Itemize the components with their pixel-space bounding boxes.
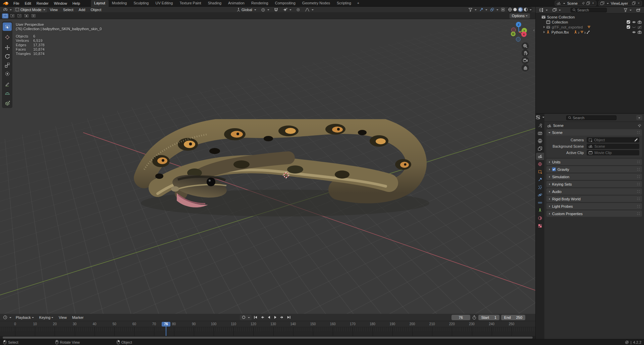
workspace-tab-rendering[interactable]: Rendering [248, 0, 272, 7]
select-mode-new-button[interactable] [2, 13, 8, 18]
properties-tab-scene[interactable] [536, 153, 544, 160]
shading-wireframe-button[interactable] [508, 7, 512, 12]
viewport-menu-view[interactable]: View [47, 6, 60, 13]
properties-tab-view-layer[interactable] [536, 145, 544, 152]
snake-model[interactable] [127, 119, 436, 227]
workspace-tab-layout[interactable]: Layout [91, 0, 109, 7]
properties-options-dropdown[interactable] [636, 115, 642, 120]
jump-to-end-button[interactable] [286, 314, 292, 320]
outliner-id-type-dropdown[interactable] [551, 7, 562, 13]
tool-annotate-button[interactable] [3, 80, 12, 88]
pivot-dropdown[interactable] [259, 7, 271, 12]
workspace-tab-texture-paint[interactable]: Texture Paint [176, 0, 204, 7]
properties-editor-type-button[interactable] [535, 114, 545, 120]
panel-header[interactable]: Rigid Body World [546, 196, 642, 202]
workspace-tab-compositing[interactable]: Compositing [272, 0, 299, 7]
close-icon[interactable]: × [637, 1, 640, 5]
shading-rendered-button[interactable] [524, 7, 528, 12]
pin-icon[interactable] [638, 124, 641, 128]
current-frame-field[interactable]: 76 [451, 315, 470, 320]
camera-toggle[interactable] [638, 20, 642, 24]
eye-closed-toggle[interactable] [632, 26, 636, 29]
camera-toggle[interactable] [638, 31, 642, 34]
pin-icon[interactable] [582, 2, 585, 5]
timeline-editor-type-button[interactable] [1, 315, 13, 320]
checkbox-checked[interactable] [552, 167, 556, 171]
tool-rotate-button[interactable] [3, 52, 12, 60]
outliner-row[interactable]: Python.fbx23 [536, 30, 644, 35]
frame-start-field[interactable]: Start 1 [478, 315, 499, 320]
panel-header[interactable]: Audio [546, 188, 642, 195]
drag-dots-icon[interactable] [637, 183, 640, 186]
blender-logo-icon[interactable] [3, 1, 9, 5]
shading-solid-button[interactable] [513, 7, 517, 12]
panel-header[interactable]: Keying Sets [546, 181, 642, 187]
drag-dots-icon[interactable] [637, 131, 640, 134]
proportional-editing-toggle[interactable] [294, 7, 302, 12]
navigation-gizmo[interactable]: ZYX [506, 19, 535, 43]
timeline-menu-keying[interactable]: Keying [37, 314, 56, 321]
workspace-tab-animation[interactable]: Animation [225, 0, 248, 7]
menu-help[interactable]: Help [70, 1, 83, 5]
drag-dots-icon[interactable] [637, 175, 640, 178]
select-mode-intersect-button[interactable] [30, 13, 37, 18]
drag-dots-icon[interactable] [637, 197, 640, 200]
eye-toggle[interactable] [632, 20, 636, 24]
workspace-tab-shading[interactable]: Shading [205, 0, 225, 7]
camera-field[interactable]: Object [587, 137, 639, 143]
tool-add-cube-button[interactable] [3, 99, 12, 107]
workspace-tab-modeling[interactable]: Modeling [109, 0, 130, 7]
toggle-perspective-button[interactable] [522, 64, 529, 71]
editor-type-button[interactable] [1, 7, 13, 12]
tool-measure-button[interactable] [3, 89, 12, 97]
menu-render[interactable]: Render [34, 1, 51, 5]
viewport-menu-add[interactable]: Add [76, 6, 88, 13]
properties-tab-texture[interactable] [536, 222, 544, 230]
camera-off-toggle[interactable] [638, 26, 642, 29]
properties-tab-render[interactable] [536, 130, 544, 137]
properties-tab-object[interactable] [536, 168, 544, 176]
proportional-falloff-dropdown[interactable] [303, 7, 315, 12]
drag-dots-icon[interactable] [637, 205, 640, 208]
viewlayer-selector[interactable]: ViewLayer × [598, 1, 642, 6]
viewport-menu-object[interactable]: Object [88, 6, 104, 13]
add-workspace-button[interactable]: + [355, 0, 362, 6]
timeline-menu-marker[interactable]: Marker [69, 314, 86, 321]
properties-tab-modifiers[interactable] [536, 176, 544, 183]
drag-dots-icon[interactable] [637, 168, 640, 171]
auto-keying-toggle[interactable] [240, 315, 252, 320]
timeline-ruler[interactable]: 76 0102030405060708090100110120130140150… [0, 321, 535, 327]
mode-dropdown[interactable]: Object Mode [13, 7, 47, 12]
timeline-scrollbar[interactable] [0, 336, 535, 339]
timeline-menu-view[interactable]: View [56, 314, 69, 321]
pan-view-button[interactable] [522, 49, 529, 57]
previous-keyframe-button[interactable] [259, 314, 265, 320]
tool-select-box-button[interactable] [3, 22, 12, 31]
workspace-tab-scripting[interactable]: Scripting [333, 0, 355, 7]
viewport-canvas[interactable]: User Perspective (76) Collection | ballp… [0, 19, 535, 314]
properties-tab-world[interactable] [536, 160, 544, 168]
outliner-search-input[interactable]: Search [571, 8, 607, 12]
workspace-tab-geometry-nodes[interactable]: Geometry Nodes [299, 0, 333, 7]
workspace-tab-sculpting[interactable]: Sculpting [130, 0, 152, 7]
zoom-view-button[interactable] [522, 42, 529, 50]
timeline-menu-playback[interactable]: Playback [13, 314, 37, 321]
panel-header[interactable]: Units [546, 159, 642, 165]
filter-dropdown[interactable] [622, 7, 633, 13]
close-icon[interactable]: × [591, 1, 595, 5]
overlays-toggle[interactable] [489, 7, 499, 12]
eye-toggle[interactable] [632, 31, 636, 34]
panel-header-scene[interactable]: Scene [546, 129, 642, 136]
menu-edit[interactable]: Edit [22, 1, 34, 5]
tool-scale-button[interactable] [3, 61, 12, 69]
select-mode-extend-button[interactable] [9, 13, 15, 18]
object-visibility-dropdown[interactable] [468, 7, 477, 12]
panel-header[interactable]: Simulation [546, 174, 642, 180]
orientation-dropdown[interactable]: Global [235, 7, 258, 12]
background-scene-field[interactable]: Scene [587, 144, 639, 149]
check-toggle[interactable] [627, 25, 630, 29]
menu-window[interactable]: Window [51, 1, 70, 5]
drag-dots-icon[interactable] [637, 190, 640, 193]
panel-header[interactable]: Custom Properties [546, 210, 642, 217]
properties-tab-material[interactable] [536, 214, 544, 222]
